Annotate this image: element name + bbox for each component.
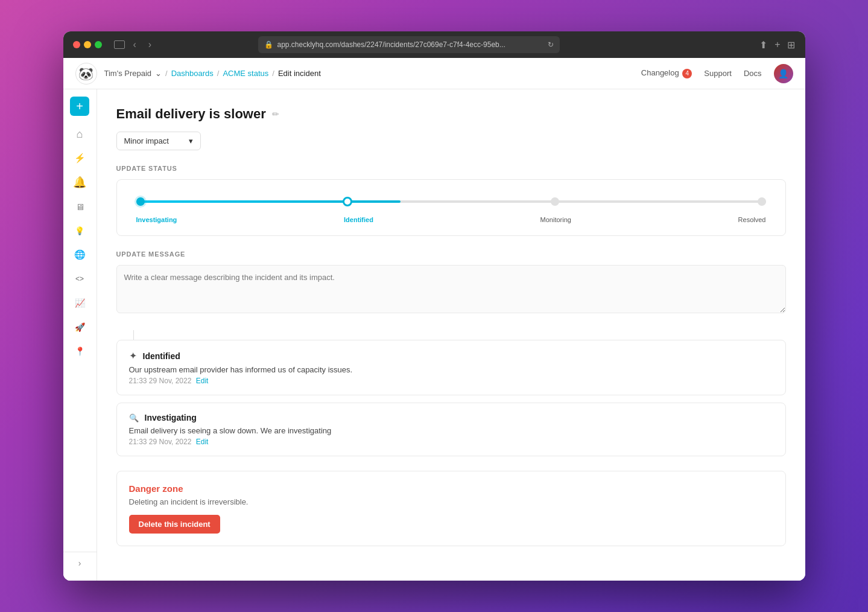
timeline-item-investigating: 🔍 Investigating Email delivery is seeing… <box>116 403 786 456</box>
browser-window: ‹ › 🔒 app.checklyhq.com/dashes/2247/inci… <box>63 31 805 581</box>
track-labels: Investigating Identified Monitoring Reso… <box>136 216 766 223</box>
address-bar[interactable]: 🔒 app.checklyhq.com/dashes/2247/incident… <box>258 36 560 53</box>
sidebar-collapse-button[interactable]: › <box>63 552 97 573</box>
traffic-lights <box>73 41 102 48</box>
identified-icon: ✦ <box>129 350 137 362</box>
identified-edit-link[interactable]: Edit <box>196 377 209 385</box>
track-line-filled <box>136 200 401 203</box>
minimize-button[interactable] <box>84 41 91 48</box>
forward-button[interactable]: › <box>145 38 155 51</box>
danger-zone: Danger zone Deleting an incident is irre… <box>116 471 786 546</box>
step-label-investigating: Investigating <box>136 216 177 223</box>
step-resolved-dot[interactable] <box>758 197 766 206</box>
sidebar-plus-button[interactable]: + <box>70 97 89 116</box>
sidebar-item-global[interactable]: 🌐 <box>69 244 90 266</box>
share-button[interactable]: ⬆ <box>759 39 767 51</box>
update-status-section: UPDATE STATUS <box>116 165 786 236</box>
sidebar-item-code[interactable]: <> <box>69 268 90 290</box>
lock-icon: 🔒 <box>264 40 273 49</box>
title-edit-icon[interactable]: ✏ <box>272 109 279 119</box>
update-message-section: UPDATE MESSAGE <box>116 250 786 316</box>
step-monitoring-dot[interactable] <box>551 197 559 206</box>
sidebar: + ⌂ ⚡ 🔔 🖥 💡 🌐 <> 📈 🚀 📍 › <box>63 89 97 581</box>
timeline-item-identified: ✦ Identified Our upstream email provider… <box>116 340 786 395</box>
close-button[interactable] <box>73 41 80 48</box>
grid-button[interactable]: ⊞ <box>787 39 795 51</box>
update-message-input[interactable] <box>116 265 786 313</box>
sidebar-bottom: › <box>63 547 97 573</box>
sidebar-item-alerts[interactable]: 🔔 <box>69 171 90 193</box>
investigating-meta: 21:33 29 Nov, 2022 Edit <box>129 438 773 446</box>
investigating-edit-link[interactable]: Edit <box>196 438 209 446</box>
update-message-label: UPDATE MESSAGE <box>116 250 786 258</box>
impact-value: Minor impact <box>124 136 169 145</box>
investigating-status: Investigating <box>145 413 197 422</box>
workspace-chevron: ⌄ <box>155 69 162 78</box>
investigating-icon: 🔍 <box>129 413 139 422</box>
investigating-message: Email delivery is seeing a slow down. We… <box>129 426 773 435</box>
sidebar-item-monitors[interactable]: 🖥 <box>69 196 90 217</box>
step-label-resolved: Resolved <box>738 216 766 223</box>
page-title-row: Email delivery is slower ✏ <box>116 106 786 122</box>
main-body: + ⌂ ⚡ 🔔 🖥 💡 🌐 <> 📈 🚀 📍 › Email deli <box>63 89 805 581</box>
breadcrumb-sep-3: / <box>272 69 274 78</box>
breadcrumb-sep-2: / <box>217 69 220 78</box>
support-link[interactable]: Support <box>704 69 732 78</box>
sidebar-item-locations[interactable]: 📍 <box>69 340 90 362</box>
delete-incident-button[interactable]: Delete this incident <box>129 515 220 534</box>
url-text: app.checklyhq.com/dashes/2247/incidents/… <box>277 40 505 49</box>
breadcrumb-current: Edit incident <box>278 69 321 78</box>
step-investigating-dot[interactable] <box>136 197 145 206</box>
user-avatar[interactable]: 👤 <box>774 64 793 83</box>
status-track <box>136 197 766 206</box>
identified-meta: 21:33 29 Nov, 2022 Edit <box>129 377 773 385</box>
docs-link[interactable]: Docs <box>744 69 762 78</box>
breadcrumb: Tim's Prepaid ⌄ / Dashboards / ACME stat… <box>104 69 321 78</box>
breadcrumb-dashboards[interactable]: Dashboards <box>171 69 214 78</box>
step-identified-dot[interactable] <box>343 197 352 206</box>
browser-nav: ‹ › <box>114 38 156 51</box>
browser-chrome: ‹ › 🔒 app.checklyhq.com/dashes/2247/inci… <box>63 31 805 58</box>
breadcrumb-acme[interactable]: ACME status <box>223 69 268 78</box>
new-tab-button[interactable]: + <box>775 39 780 50</box>
timeline: ✦ Identified Our upstream email provider… <box>116 340 786 456</box>
tab-grid-icon <box>114 40 125 49</box>
logo: 🐼 <box>75 63 97 84</box>
identified-status: Identified <box>143 351 180 361</box>
danger-zone-description: Deleting an incident is irreversible. <box>129 497 773 506</box>
timeline-item-header-1: ✦ Identified <box>129 350 773 362</box>
sidebar-item-analytics[interactable]: 📈 <box>69 292 90 314</box>
changelog-badge: 4 <box>682 69 692 78</box>
impact-selector: Minor impact ▾ <box>116 132 786 150</box>
timeline-connector-top <box>133 330 134 340</box>
topbar: 🐼 Tim's Prepaid ⌄ / Dashboards / ACME st… <box>63 58 805 89</box>
identified-timestamp: 21:33 29 Nov, 2022 <box>129 377 192 385</box>
step-label-identified: Identified <box>344 216 373 223</box>
sidebar-item-insights[interactable]: 💡 <box>69 220 90 241</box>
update-status-label: UPDATE STATUS <box>116 165 786 172</box>
topbar-right: Changelog 4 Support Docs 👤 <box>641 64 793 83</box>
danger-zone-title: Danger zone <box>129 483 773 494</box>
maximize-button[interactable] <box>95 41 102 48</box>
sidebar-item-home[interactable]: ⌂ <box>69 123 90 145</box>
investigating-timestamp: 21:33 29 Nov, 2022 <box>129 438 192 446</box>
page-title: Email delivery is slower <box>116 106 266 122</box>
dropdown-chevron-icon: ▾ <box>189 136 193 145</box>
content-area: Email delivery is slower ✏ Minor impact … <box>97 89 805 581</box>
status-track-container: Investigating Identified Monitoring Reso… <box>116 179 786 236</box>
workspace-label[interactable]: Tim's Prepaid <box>104 69 152 78</box>
browser-actions: ⬆ + ⊞ <box>759 39 795 51</box>
back-button[interactable]: ‹ <box>130 38 140 51</box>
impact-dropdown[interactable]: Minor impact ▾ <box>116 132 201 150</box>
identified-message: Our upstream email provider has informed… <box>129 365 773 374</box>
app-layout: 🐼 Tim's Prepaid ⌄ / Dashboards / ACME st… <box>63 58 805 581</box>
changelog-link[interactable]: Changelog 4 <box>641 68 692 78</box>
step-label-monitoring: Monitoring <box>540 216 571 223</box>
sidebar-item-deploys[interactable]: 🚀 <box>69 316 90 338</box>
sidebar-item-activity[interactable]: ⚡ <box>69 147 90 169</box>
breadcrumb-sep-1: / <box>165 69 168 78</box>
timeline-item-header-2: 🔍 Investigating <box>129 413 773 422</box>
refresh-icon[interactable]: ↻ <box>548 40 554 49</box>
